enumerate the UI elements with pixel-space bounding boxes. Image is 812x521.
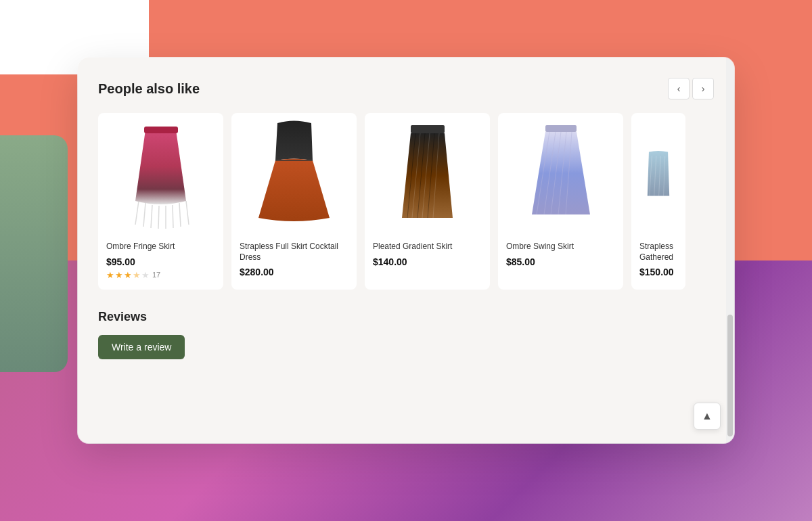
product-name-3: Pleated Gradient Skirt [373, 242, 482, 252]
svg-line-8 [186, 201, 189, 225]
product-image-2 [231, 113, 357, 235]
star-1-1: ★ [106, 270, 114, 280]
product-image-1 [98, 113, 223, 235]
product-card-3[interactable]: Pleated Gradient Skirt $140.00 [365, 113, 490, 290]
svg-line-6 [173, 205, 173, 228]
svg-line-4 [158, 206, 159, 229]
product-price-1: $95.00 [106, 256, 215, 267]
product-name-4: Ombre Swing Skirt [506, 242, 615, 252]
section-header: People also like ‹ › [98, 58, 714, 113]
reviews-section: Reviews Write a review [98, 290, 714, 359]
products-row: Ombre Fringe Skirt $95.00 ★ ★ ★ ★ ★ 17 [98, 113, 714, 290]
rating-row-1: ★ ★ ★ ★ ★ 17 [106, 270, 215, 280]
product-name-1: Ombre Fringe Skirt [106, 242, 215, 252]
product-info-4: Ombre Swing Skirt $85.00 [498, 235, 623, 279]
stars-1: ★ ★ ★ ★ ★ [106, 270, 150, 280]
product-info-1: Ombre Fringe Skirt $95.00 ★ ★ ★ ★ ★ 17 [98, 235, 223, 290]
nav-prev-button[interactable]: ‹ [668, 78, 690, 99]
product-price-2: $280.00 [240, 267, 348, 277]
svg-line-3 [151, 205, 152, 228]
svg-line-1 [135, 201, 139, 225]
scrollbar-thumb[interactable] [727, 315, 733, 436]
write-review-button[interactable]: Write a review [98, 335, 185, 359]
star-1-2: ★ [115, 270, 123, 280]
device-frame: People also like ‹ › [78, 58, 734, 443]
star-1-3: ★ [124, 270, 132, 280]
scroll-top-button[interactable]: ▲ [694, 403, 721, 430]
product-price-3: $140.00 [373, 256, 482, 267]
product-card-1[interactable]: Ombre Fringe Skirt $95.00 ★ ★ ★ ★ ★ 17 [98, 113, 223, 290]
svg-line-2 [143, 203, 145, 227]
svg-line-7 [179, 203, 181, 227]
content-area: People also like ‹ › [78, 58, 734, 443]
product-info-2: Strapless Full Skirt Cocktail Dress $280… [231, 235, 357, 290]
product-card-2[interactable]: Strapless Full Skirt Cocktail Dress $280… [231, 113, 357, 290]
product-image-5 [631, 113, 685, 235]
star-1-5: ★ [141, 270, 150, 280]
star-1-4: ★ [133, 270, 141, 280]
svg-rect-10 [411, 125, 445, 133]
chevron-up-icon: ▲ [702, 410, 713, 422]
product-price-4: $85.00 [506, 256, 615, 267]
section-title: People also like [98, 81, 200, 97]
product-card-5[interactable]: Strapless Gathered $150.00 [631, 113, 685, 290]
product-info-3: Pleated Gradient Skirt $140.00 [365, 235, 490, 279]
svg-rect-0 [144, 127, 178, 133]
review-count-1: 17 [152, 271, 160, 279]
scrollbar[interactable] [726, 58, 734, 443]
product-info-5: Strapless Gathered $150.00 [631, 235, 685, 290]
nav-next-button[interactable]: › [692, 78, 714, 99]
reviews-title: Reviews [98, 310, 714, 324]
product-price-5: $150.00 [639, 267, 677, 277]
product-name-2: Strapless Full Skirt Cocktail Dress [240, 242, 348, 263]
carousel-nav: ‹ › [668, 78, 714, 99]
product-card-4[interactable]: Ombre Swing Skirt $85.00 [498, 113, 623, 290]
product-image-4 [498, 113, 623, 235]
svg-rect-17 [545, 125, 577, 132]
product-name-5: Strapless Gathered [639, 242, 677, 263]
product-image-3 [365, 113, 490, 235]
